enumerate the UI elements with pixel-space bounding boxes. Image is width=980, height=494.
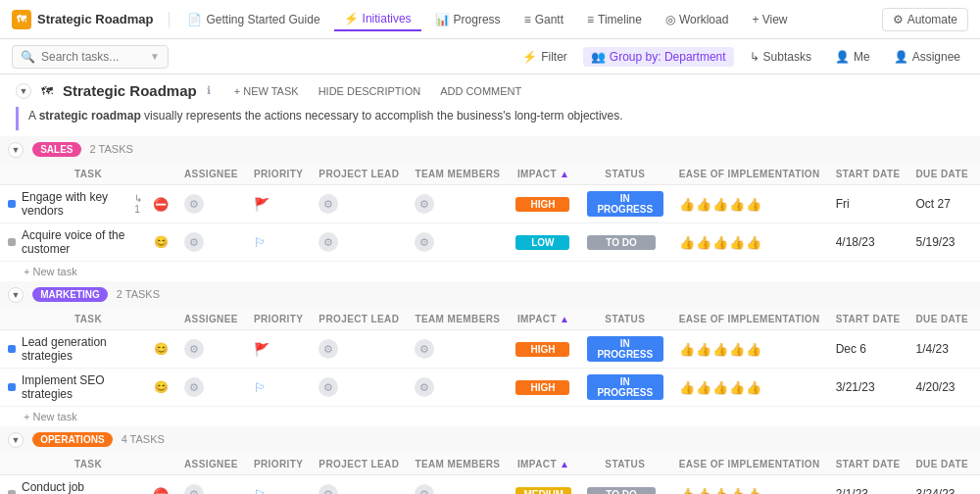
ease-cell: 👍 👍 👍 👍 👍 bbox=[671, 185, 828, 223]
status-badge: IN PROGRESS bbox=[587, 374, 663, 400]
task-name-cell: Lead generation strategies 😊 bbox=[0, 330, 176, 369]
nav-initiatives[interactable]: ⚡ Initiatives bbox=[334, 8, 421, 31]
new-task-button[interactable]: + NEW TASK bbox=[228, 83, 305, 99]
automate-button[interactable]: ⚙ Automate bbox=[882, 8, 968, 31]
marketing-collapse-toggle[interactable]: ▼ bbox=[8, 287, 24, 303]
project-lead-avatar[interactable]: ⚙ bbox=[318, 232, 338, 252]
col-header-impact: IMPACT ▲ bbox=[508, 309, 579, 330]
assignee-avatar[interactable]: ⚙ bbox=[184, 377, 204, 397]
impact-badge: HIGH bbox=[515, 380, 569, 395]
team-members-avatar[interactable]: ⚙ bbox=[415, 232, 434, 252]
duration-cell: 31 bbox=[976, 223, 980, 262]
task-name-label[interactable]: Lead generation strategies bbox=[22, 335, 148, 363]
col-header-impact: IMPACT ▲ bbox=[508, 454, 579, 475]
ease-rating: 👍 👍 👍 👍 👍 bbox=[679, 487, 820, 495]
project-logo: 🗺 Strategic Roadmap bbox=[12, 10, 153, 29]
column-headers-operations: TASK ASSIGNEE PRIORITY PROJECT LEAD TEAM… bbox=[0, 454, 980, 475]
operations-task-count: 4 TASKS bbox=[122, 433, 165, 445]
col-header-priority: PRIORITY bbox=[246, 454, 311, 475]
task-name-label[interactable]: Acquire voice of the customer bbox=[22, 228, 148, 256]
nav-getting-started[interactable]: 📄 Getting Started Guide bbox=[177, 9, 329, 30]
hide-description-button[interactable]: HIDE DESCRIPTION bbox=[313, 83, 427, 99]
col-header-due-date: DUE DATE bbox=[908, 454, 977, 475]
assignee-avatar[interactable]: ⚙ bbox=[184, 232, 204, 252]
priority-cell: 🏳 bbox=[246, 369, 311, 407]
assignee-avatar[interactable]: ⚙ bbox=[184, 484, 204, 494]
new-task-row-sales[interactable]: + New task bbox=[0, 262, 980, 282]
nav-workload[interactable]: ◎ Workload bbox=[656, 9, 738, 30]
filter-button[interactable]: ⚡ Filter bbox=[514, 47, 575, 67]
due-date-cell: 5/19/23 bbox=[908, 223, 977, 262]
team-members-avatar[interactable]: ⚙ bbox=[415, 484, 434, 494]
team-members-avatar[interactable]: ⚙ bbox=[415, 339, 434, 359]
project-lead-avatar[interactable]: ⚙ bbox=[318, 339, 338, 359]
project-lead-cell: ⚙ bbox=[311, 223, 407, 262]
search-input[interactable] bbox=[41, 50, 144, 64]
operations-collapse-toggle[interactable]: ▼ bbox=[8, 432, 24, 448]
initiatives-icon: ⚡ bbox=[344, 12, 359, 25]
collapse-toggle[interactable]: ▼ bbox=[16, 83, 31, 99]
column-headers-sales: TASK ASSIGNEE PRIORITY PROJECT LEAD TEAM… bbox=[0, 164, 980, 185]
subtasks-icon: ↳ bbox=[750, 50, 760, 64]
col-header-start-date: START DATE bbox=[828, 164, 908, 185]
sales-collapse-toggle[interactable]: ▼ bbox=[8, 142, 24, 158]
new-task-row-marketing[interactable]: + New task bbox=[0, 407, 980, 427]
assignee-avatar[interactable]: ⚙ bbox=[184, 339, 204, 359]
workload-icon: ◎ bbox=[665, 13, 675, 26]
me-button[interactable]: 👤 Me bbox=[827, 47, 878, 67]
assignee-button[interactable]: 👤 Assignee bbox=[886, 47, 968, 67]
project-lead-avatar[interactable]: ⚙ bbox=[318, 194, 338, 214]
col-header-task: TASK bbox=[0, 309, 176, 330]
status-badge: IN PROGRESS bbox=[587, 336, 663, 362]
info-icon[interactable]: ℹ bbox=[207, 84, 211, 97]
ease-cell: 👍 👍 👍 👍 👍 bbox=[671, 475, 828, 495]
toolbar: 🔍 ▼ ⚡ Filter 👥 Group by: Department ↳ Su… bbox=[0, 39, 980, 74]
nav-add-view[interactable]: + View bbox=[742, 9, 797, 30]
subtasks-button[interactable]: ↳ Subtasks bbox=[742, 47, 819, 67]
col-header-project-lead: PROJECT LEAD bbox=[311, 164, 407, 185]
impact-badge: HIGH bbox=[515, 197, 569, 212]
task-name-label[interactable]: Implement SEO strategies bbox=[22, 373, 148, 401]
search-box[interactable]: 🔍 ▼ bbox=[12, 45, 169, 69]
assignee-cell: ⚙ bbox=[176, 369, 246, 407]
duration-cell: 51 bbox=[976, 475, 980, 495]
team-members-avatar[interactable]: ⚙ bbox=[415, 194, 434, 214]
ease-rating: 👍 👍 👍 👍 👍 bbox=[679, 197, 820, 212]
nav-progress[interactable]: 📊 Progress bbox=[425, 9, 511, 30]
col-header-due-date: DUE DATE bbox=[908, 164, 977, 185]
project-lead-avatar[interactable]: ⚙ bbox=[318, 377, 338, 397]
col-header-assignee: ASSIGNEE bbox=[176, 164, 246, 185]
assignee-avatar[interactable]: ⚙ bbox=[184, 194, 204, 214]
nav-gantt[interactable]: ≡ Gantt bbox=[514, 9, 573, 30]
emoji-icon: 😊 bbox=[154, 380, 169, 394]
col-header-status: STATUS bbox=[579, 454, 671, 475]
sort-icon: ▲ bbox=[560, 314, 569, 324]
nav-timeline[interactable]: ≡ Timeline bbox=[577, 9, 652, 30]
add-comment-button[interactable]: ADD COMMENT bbox=[434, 83, 527, 99]
col-header-assignee: ASSIGNEE bbox=[176, 454, 246, 475]
status-badge: IN PROGRESS bbox=[587, 191, 663, 217]
priority-flag: 🚩 bbox=[254, 342, 270, 357]
new-task-label[interactable]: + New task bbox=[0, 262, 980, 282]
gantt-icon: ≡ bbox=[524, 13, 531, 26]
impact-badge: LOW bbox=[515, 235, 569, 250]
task-name-label[interactable]: Conduct job performance appraisal bbox=[22, 480, 147, 494]
status-badge: TO DO bbox=[587, 235, 656, 250]
task-name-label[interactable]: Engage with key vendors bbox=[22, 190, 124, 218]
team-members-cell: ⚙ bbox=[407, 475, 508, 495]
impact-cell: HIGH bbox=[508, 369, 579, 407]
ease-rating: 👍 👍 👍 👍 👍 bbox=[679, 342, 820, 357]
col-header-duration: DURATION (D bbox=[976, 309, 980, 330]
priority-cell: 🚩 bbox=[246, 185, 311, 223]
priority-cell: 🚩 bbox=[246, 330, 311, 369]
logo-icon: 🗺 bbox=[12, 10, 31, 29]
project-actions: + NEW TASK HIDE DESCRIPTION ADD COMMENT bbox=[228, 83, 528, 99]
col-header-task: TASK bbox=[0, 164, 176, 185]
group-by-button[interactable]: 👥 Group by: Department bbox=[583, 47, 734, 67]
table-row: Implement SEO strategies 😊 ⚙ 🏳 ⚙ ⚙ HIGH … bbox=[0, 369, 980, 407]
project-lead-avatar[interactable]: ⚙ bbox=[318, 484, 338, 494]
new-task-label[interactable]: + New task bbox=[0, 407, 980, 427]
filter-icon: ⚡ bbox=[522, 50, 537, 64]
impact-cell: MEDIUM bbox=[508, 475, 579, 495]
team-members-avatar[interactable]: ⚙ bbox=[415, 377, 434, 397]
